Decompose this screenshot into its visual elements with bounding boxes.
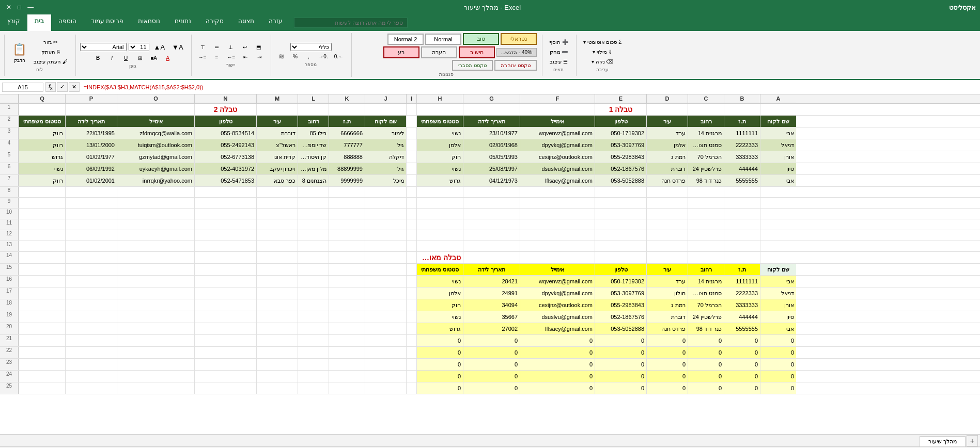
cell-D2[interactable]: עיר <box>646 116 688 127</box>
increase-indent-button[interactable]: ⇥ <box>253 53 266 61</box>
col-header-A[interactable]: A <box>760 94 796 103</box>
col-header-N[interactable]: N <box>194 94 256 103</box>
cell-C15[interactable]: רחוב <box>688 264 724 275</box>
font-size-select[interactable]: 11 <box>129 43 149 51</box>
cell-K3[interactable]: 6666666 <box>329 127 365 139</box>
cell-F14[interactable] <box>520 252 595 263</box>
tab-prichat-amud[interactable]: פריסת עמוד <box>84 14 131 31</box>
cell-D16[interactable]: ערד <box>646 276 688 287</box>
cell-P15[interactable] <box>65 264 117 275</box>
tab-tziga[interactable]: תצוגה <box>231 14 261 31</box>
cell-A2[interactable]: שם לקוח <box>760 116 796 127</box>
cell-C4[interactable]: סמנט תצור 94 <box>688 139 724 151</box>
cell-P14[interactable] <box>65 252 117 263</box>
cell-F7[interactable]: lflsacy@gmail.com <box>520 175 595 186</box>
cell-M1[interactable] <box>256 104 298 115</box>
cell-Q5[interactable]: גרוש <box>19 151 65 163</box>
cell-N15[interactable] <box>194 264 256 275</box>
cell-F2[interactable]: אימייל <box>520 116 595 127</box>
tab-ezra[interactable]: עזרה <box>261 14 290 31</box>
cancel-formula-button[interactable]: ✕ <box>69 82 80 92</box>
cell-H4[interactable]: אלמן <box>416 139 463 151</box>
cell-B7[interactable]: 5555555 <box>724 175 760 186</box>
cell-O7[interactable]: inrrqkr@yahoo.com <box>117 175 194 186</box>
cell-H5[interactable]: חוק <box>416 151 463 163</box>
col-header-G[interactable]: G <box>463 94 520 103</box>
paste-button[interactable]: 📋 <box>9 41 30 58</box>
style-tekst-hisbri[interactable]: טקסט הסברי <box>452 60 493 71</box>
col-header-F[interactable]: F <box>520 94 595 103</box>
cell-D15[interactable]: עיר <box>646 264 688 275</box>
col-header-L[interactable]: L <box>298 94 329 103</box>
cell-H14[interactable]: טבלה מאוחדת <box>416 252 463 263</box>
cell-D3[interactable]: ערד <box>646 127 688 139</box>
cell-B2[interactable]: ת.ז <box>724 116 760 127</box>
cell-B19[interactable]: 444444 <box>724 311 760 323</box>
col-header-C[interactable]: C <box>688 94 724 103</box>
cell-N5[interactable]: 052-6773138 <box>194 151 256 163</box>
clear-button[interactable]: ⌫ נקה ▾ <box>589 57 616 66</box>
cell-E15[interactable]: טלפון <box>595 264 646 275</box>
cell-B5[interactable]: 3333333 <box>724 151 760 163</box>
cell-L14[interactable] <box>298 252 329 263</box>
cell-B17[interactable]: 2222333 <box>724 287 760 299</box>
cell-H1[interactable] <box>416 104 463 115</box>
border-button[interactable]: ⊞ <box>134 54 146 62</box>
cell-N2[interactable]: טלפון <box>194 116 256 127</box>
cell-D4[interactable]: אלמן <box>646 139 688 151</box>
cell-G3[interactable]: 23/10/1977 <box>463 127 520 139</box>
thousands-button[interactable]: , <box>302 52 315 61</box>
cell-D19[interactable]: דוברת <box>646 311 688 323</box>
decrease-indent-button[interactable]: ⇤ <box>239 53 252 61</box>
cell-Q15[interactable] <box>19 264 65 275</box>
col-header-K[interactable]: K <box>329 94 365 103</box>
cell-Q14[interactable] <box>19 252 65 263</box>
cell-E20[interactable]: 053-5052888 <box>595 323 646 334</box>
cell-J4[interactable]: גיל <box>365 139 406 151</box>
cell-G1[interactable] <box>463 104 520 115</box>
cell-A6[interactable]: סיון <box>760 163 796 174</box>
cell-E6[interactable]: 052-1867576 <box>595 163 646 174</box>
cell-H20[interactable]: גרוש <box>416 323 463 334</box>
cell-L3[interactable]: בילו 85 <box>298 127 329 139</box>
cell-M15[interactable] <box>256 264 298 275</box>
cell-G19[interactable]: 35667 <box>463 311 520 323</box>
cell-K1[interactable] <box>329 104 365 115</box>
cell-L1[interactable] <box>298 104 329 115</box>
currency-button[interactable]: ₪ <box>275 52 288 61</box>
cell-G6[interactable]: 25/08/1997 <box>463 163 520 174</box>
cell-G7[interactable]: 04/12/1973 <box>463 175 520 186</box>
close-icon[interactable]: ✕ <box>4 4 13 11</box>
cell-I15[interactable] <box>406 264 416 275</box>
cell-L2[interactable]: רחוב <box>298 116 329 127</box>
cell-E14[interactable] <box>595 252 646 263</box>
cell-O15[interactable] <box>117 264 194 275</box>
cell-C7[interactable]: כנר דוד 98 <box>688 175 724 186</box>
cell-I6[interactable] <box>406 163 416 174</box>
cell-H19[interactable]: נשוי <box>416 311 463 323</box>
new-sheet-button[interactable]: + <box>967 435 978 446</box>
cell-Q2[interactable]: סטטוס משפחתי <box>19 116 65 127</box>
cell-L4[interactable]: שד יוספטל גיורא 45 <box>298 139 329 151</box>
cell-K2[interactable]: ת.ז <box>329 116 365 127</box>
tab-nosсhaot[interactable]: נוסחאות <box>131 14 167 31</box>
cell-J15[interactable] <box>365 264 406 275</box>
cell-I3[interactable] <box>406 127 416 139</box>
decrease-font-button[interactable]: A▼ <box>169 42 186 53</box>
col-header-Q[interactable]: Q <box>19 94 65 103</box>
cell-J1[interactable] <box>365 104 406 115</box>
minimize-icon[interactable]: — <box>25 4 36 11</box>
cell-G17[interactable]: 24991 <box>463 287 520 299</box>
style-chishov[interactable]: חישוב <box>459 46 495 58</box>
cell-I5[interactable] <box>406 151 416 163</box>
delete-cells-button[interactable]: ➖ מחק <box>547 47 571 56</box>
cell-C20[interactable]: כנר דוד 98 <box>688 323 724 334</box>
cell-F3[interactable]: wqvenvz@gmail.com <box>520 127 595 139</box>
underline-button[interactable]: U <box>120 54 132 62</box>
cell-B20[interactable]: 5555555 <box>724 323 760 334</box>
increase-decimal-button[interactable]: .0→ <box>316 52 330 61</box>
merge-button[interactable]: ⬒ <box>253 43 265 52</box>
tab-home[interactable]: בית <box>27 14 51 31</box>
cell-D20[interactable]: פרדס חנה <box>646 323 688 334</box>
cell-N6[interactable]: 052-4031972 <box>194 163 256 174</box>
